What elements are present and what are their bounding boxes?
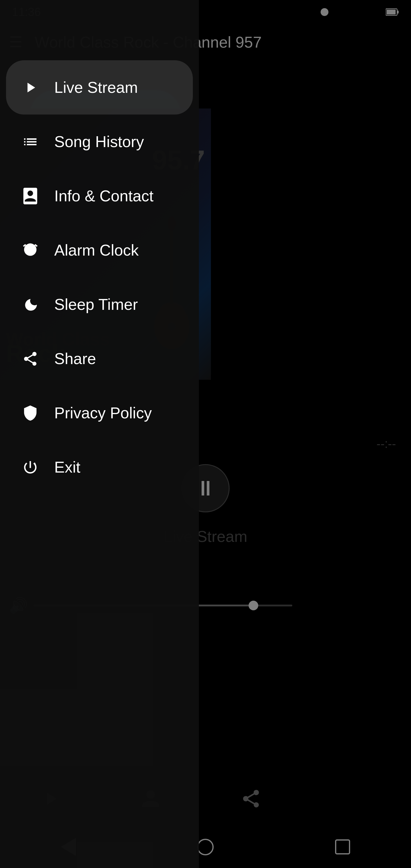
drawer-privacy-policy-label: Privacy Policy <box>54 404 152 422</box>
drawer-item-exit[interactable]: Exit <box>0 440 199 494</box>
drawer-item-info-contact[interactable]: Info & Contact <box>0 169 199 223</box>
share-icon <box>18 347 42 371</box>
drawer-song-history-label: Song History <box>54 133 144 151</box>
drawer-info-contact-label: Info & Contact <box>54 187 154 205</box>
play-icon <box>18 75 42 99</box>
navigation-drawer: Live Stream Song History Info & Contact … <box>0 0 199 868</box>
list-icon <box>18 130 42 154</box>
drawer-exit-label: Exit <box>54 458 81 476</box>
drawer-item-alarm-clock[interactable]: Alarm Clock <box>0 223 199 277</box>
drawer-item-share[interactable]: Share <box>0 332 199 386</box>
drawer-item-privacy-policy[interactable]: Privacy Policy <box>0 386 199 440</box>
moon-icon <box>18 292 42 316</box>
contact-icon <box>18 184 42 208</box>
drawer-share-label: Share <box>54 350 96 368</box>
drawer-sleep-timer-label: Sleep Timer <box>54 296 138 313</box>
shield-icon <box>18 401 42 425</box>
drawer-alarm-clock-label: Alarm Clock <box>54 241 138 259</box>
power-icon <box>18 455 42 479</box>
drawer-item-song-history[interactable]: Song History <box>0 115 199 169</box>
alarm-icon <box>18 238 42 262</box>
drawer-item-live-stream[interactable]: Live Stream <box>6 60 193 115</box>
drawer-live-stream-label: Live Stream <box>54 79 138 96</box>
drawer-item-sleep-timer[interactable]: Sleep Timer <box>0 277 199 332</box>
